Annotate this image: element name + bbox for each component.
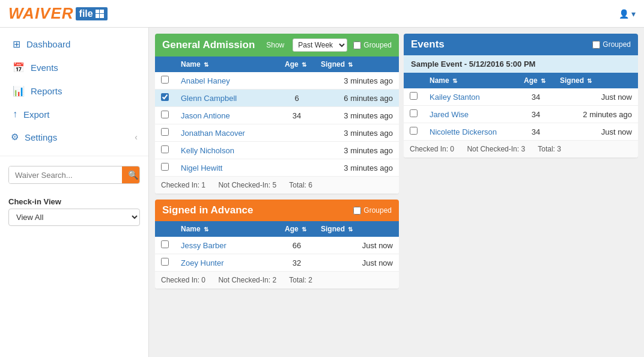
table-row: Kelly Nicholson 3 minutes ago xyxy=(155,142,399,159)
row-age: 34 xyxy=(518,106,554,123)
settings-collapse-icon: ‹ xyxy=(135,132,138,142)
row-checkbox[interactable] xyxy=(161,111,169,118)
sidebar-item-settings[interactable]: ⚙ Settings ‹ xyxy=(0,126,148,148)
search-button[interactable]: 🔍 xyxy=(122,166,140,183)
sidebar-item-dashboard[interactable]: ⊞ Dashboard xyxy=(0,32,148,56)
row-checkbox[interactable] xyxy=(161,240,169,248)
events-icon: 📅 xyxy=(13,62,25,73)
general-admission-header: General Admission Show Past Week Today P… xyxy=(155,34,399,56)
sidebar-item-export[interactable]: ↑ Export xyxy=(0,103,148,126)
brand-grid-icon xyxy=(96,10,104,18)
events-grouped-checkbox[interactable] xyxy=(592,41,600,49)
row-checkbox[interactable] xyxy=(161,258,169,266)
sidebar-label-settings: Settings xyxy=(25,132,57,142)
signed-sort-icon: ⇅ xyxy=(348,61,353,68)
search-input[interactable] xyxy=(9,166,122,183)
show-label: Show xyxy=(266,41,284,49)
name-link[interactable]: Anabel Haney xyxy=(181,76,230,85)
row-checkbox[interactable] xyxy=(161,128,169,136)
row-checkbox-cell xyxy=(155,237,175,254)
sub-event-header: Sample Event - 5/12/2016 5:00 PM xyxy=(404,55,638,73)
name-link[interactable]: Zoey Hunter xyxy=(181,258,224,267)
sia-not-checked-in: Not Checked-In: 2 xyxy=(218,276,276,284)
events-tbody: Kailey Stanton 34 Just now Jared Wise 34… xyxy=(404,88,638,140)
sia-signed-sort-icon: ⇅ xyxy=(348,226,353,233)
name-link[interactable]: Jason Antione xyxy=(181,111,230,120)
name-link[interactable]: Jessy Barber xyxy=(181,241,226,250)
row-checkbox-cell xyxy=(155,142,175,159)
sia-total: Total: 2 xyxy=(289,276,312,284)
grouped-label: Grouped xyxy=(363,41,392,49)
sidebar-nav: ⊞ Dashboard 📅 Events 📊 Reports ↑ Export … xyxy=(0,28,148,153)
events-col-header-name[interactable]: Name ⇅ xyxy=(424,73,518,88)
table-header-row: Name ⇅ Age ⇅ Signed ⇅ xyxy=(155,56,399,72)
general-admission-footer: Checked In: 1 Not Checked-In: 5 Total: 6 xyxy=(155,176,399,194)
table-row: Jared Wise 34 2 minutes ago xyxy=(404,106,638,123)
navbar: WAIVER file 👤 ▾ xyxy=(0,0,644,28)
user-icon: 👤 xyxy=(619,9,629,19)
row-name: Jessy Barber xyxy=(175,237,279,254)
table-row: Jonathan Macover 3 minutes ago xyxy=(155,124,399,142)
row-age xyxy=(279,159,315,177)
sia-grouped-checkbox[interactable] xyxy=(353,207,361,215)
events-col-header-age[interactable]: Age ⇅ xyxy=(518,73,554,88)
events-grouped-label: Grouped xyxy=(603,40,631,49)
name-link[interactable]: Jonathan Macover xyxy=(181,129,245,138)
col-header-age[interactable]: Age ⇅ xyxy=(279,56,315,72)
events-col-header-signed[interactable]: Signed ⇅ xyxy=(554,73,638,88)
name-link[interactable]: Kailey Stanton xyxy=(430,93,480,102)
table-row: Glenn Campbell 6 6 minutes ago xyxy=(155,90,399,107)
sia-col-header-name[interactable]: Name ⇅ xyxy=(175,221,279,237)
main-layout: ⊞ Dashboard 📅 Events 📊 Reports ↑ Export … xyxy=(0,28,644,357)
sidebar-label-export: Export xyxy=(23,109,49,120)
row-age: 66 xyxy=(279,237,315,254)
events-grouped-check-label[interactable]: Grouped xyxy=(592,40,631,49)
row-signed: 3 minutes ago xyxy=(315,107,399,124)
name-link[interactable]: Kelly Nicholson xyxy=(181,146,234,155)
brand-file-text: file xyxy=(79,8,93,19)
show-period-select[interactable]: Past Week Today Past Month All Time xyxy=(293,38,347,52)
general-admission-panel: General Admission Show Past Week Today P… xyxy=(155,34,399,194)
row-name: Jared Wise xyxy=(424,106,518,123)
name-link[interactable]: Glenn Campbell xyxy=(181,94,237,103)
user-menu[interactable]: 👤 ▾ xyxy=(619,9,636,19)
row-name: Nicolette Dickerson xyxy=(424,123,518,141)
sia-col-header-signed[interactable]: Signed ⇅ xyxy=(315,221,399,237)
row-checkbox[interactable] xyxy=(161,145,169,153)
row-name: Nigel Hewitt xyxy=(175,159,279,177)
sidebar-label-dashboard: Dashboard xyxy=(26,39,70,49)
table-row: Kailey Stanton 34 Just now xyxy=(404,88,638,106)
events-not-checked-in: Not Checked-In: 3 xyxy=(467,145,525,153)
content-area: General Admission Show Past Week Today P… xyxy=(149,28,644,357)
ga-checked-in: Checked In: 1 xyxy=(161,181,205,189)
row-checkbox-cell xyxy=(155,124,175,142)
row-checkbox[interactable] xyxy=(161,76,169,84)
name-link[interactable]: Nigel Hewitt xyxy=(181,163,222,172)
sia-col-header-age[interactable]: Age ⇅ xyxy=(279,221,315,237)
events-panel: Events Grouped Sample Event - 5/12/2016 … xyxy=(404,34,638,351)
grouped-checkbox[interactable] xyxy=(353,41,361,49)
name-link[interactable]: Jared Wise xyxy=(430,110,469,119)
row-signed: 2 minutes ago xyxy=(554,106,638,123)
sia-grouped-check-label[interactable]: Grouped xyxy=(353,206,392,215)
sia-checked-in: Checked In: 0 xyxy=(161,276,205,284)
events-checked-in: Checked In: 0 xyxy=(410,145,454,153)
row-age: 32 xyxy=(279,254,315,272)
general-admission-title: General Admission xyxy=(162,39,260,51)
sidebar-item-events[interactable]: 📅 Events xyxy=(0,56,148,79)
grouped-check-label[interactable]: Grouped xyxy=(353,41,392,49)
events-col-header-checkbox xyxy=(404,73,424,88)
sidebar-item-reports[interactable]: 📊 Reports xyxy=(0,79,148,103)
name-link[interactable]: Nicolette Dickerson xyxy=(430,127,497,136)
col-header-name[interactable]: Name ⇅ xyxy=(175,56,279,72)
row-checkbox[interactable] xyxy=(161,163,169,171)
row-checkbox[interactable] xyxy=(410,127,418,135)
row-checkbox[interactable] xyxy=(161,93,169,101)
row-checkbox[interactable] xyxy=(410,109,418,117)
checkin-view-label: Check-in View xyxy=(0,189,148,209)
col-header-signed[interactable]: Signed ⇅ xyxy=(315,56,399,72)
table-row: Zoey Hunter 32 Just now xyxy=(155,254,399,272)
checkin-view-select[interactable]: View All xyxy=(8,209,140,226)
brand-waiver-text: WAIVER xyxy=(8,4,74,23)
row-checkbox[interactable] xyxy=(410,92,418,100)
